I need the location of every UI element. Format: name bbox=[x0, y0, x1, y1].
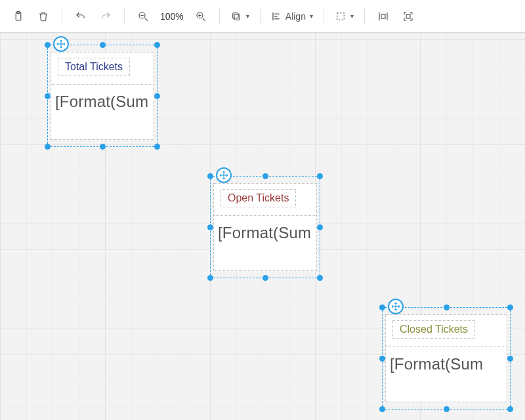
resize-handle[interactable] bbox=[379, 406, 385, 412]
move-icon bbox=[391, 302, 400, 311]
zoom-in-icon bbox=[195, 10, 207, 22]
design-canvas[interactable]: Total Tickets[Format(SumOpen Tickets[For… bbox=[0, 33, 525, 420]
clipboard-icon bbox=[12, 10, 24, 22]
selected-card[interactable]: Total Tickets[Format(Sum bbox=[47, 45, 158, 147]
resize-handle[interactable] bbox=[100, 42, 106, 48]
card-expression[interactable]: [Format(Sum bbox=[214, 215, 316, 270]
selected-card[interactable]: Closed Tickets[Format(Sum bbox=[382, 307, 511, 410]
zoom-level[interactable]: 100% bbox=[156, 11, 188, 22]
toolbar-separator bbox=[219, 9, 220, 24]
paste-button[interactable] bbox=[7, 5, 30, 28]
ticket-card[interactable]: Closed Tickets[Format(Sum bbox=[385, 314, 507, 402]
toolbar-separator bbox=[364, 9, 365, 24]
fit-width-icon bbox=[377, 10, 389, 22]
resize-handle[interactable] bbox=[100, 144, 106, 150]
card-title[interactable]: Open Tickets bbox=[220, 189, 296, 207]
resize-handle[interactable] bbox=[379, 304, 385, 310]
move-icon bbox=[219, 171, 228, 180]
card-title[interactable]: Total Tickets bbox=[58, 58, 130, 76]
align-left-icon bbox=[271, 10, 283, 22]
resize-handle[interactable] bbox=[317, 224, 323, 230]
chevron-down-icon: ▾ bbox=[310, 12, 313, 20]
trash-icon bbox=[37, 10, 49, 22]
chevron-down-icon: ▾ bbox=[246, 12, 249, 20]
ticket-card[interactable]: Total Tickets[Format(Sum bbox=[51, 52, 154, 140]
move-handle[interactable] bbox=[388, 299, 404, 314]
toolbar-separator bbox=[124, 9, 125, 24]
resize-handle[interactable] bbox=[507, 406, 513, 412]
zoom-out-button[interactable] bbox=[131, 5, 155, 28]
resize-handle[interactable] bbox=[207, 275, 213, 281]
toolbar-separator bbox=[260, 9, 261, 24]
card-expression[interactable]: [Format(Sum bbox=[386, 346, 507, 402]
selection-icon bbox=[335, 10, 346, 22]
chevron-down-icon: ▾ bbox=[350, 12, 354, 20]
resize-handle[interactable] bbox=[262, 173, 268, 179]
svg-rect-4 bbox=[234, 14, 240, 20]
svg-rect-6 bbox=[337, 12, 345, 20]
resize-handle[interactable] bbox=[444, 304, 450, 310]
ticket-card[interactable]: Open Tickets[Format(Sum bbox=[213, 183, 317, 271]
selected-card[interactable]: Open Tickets[Format(Sum bbox=[210, 176, 320, 278]
zoom-in-button[interactable] bbox=[189, 5, 213, 28]
toolbar-separator bbox=[324, 9, 324, 24]
svg-rect-8 bbox=[406, 14, 410, 18]
resize-handle[interactable] bbox=[317, 173, 323, 179]
fit-page-icon bbox=[402, 10, 414, 22]
resize-handle[interactable] bbox=[154, 144, 160, 150]
card-title[interactable]: Closed Tickets bbox=[392, 320, 475, 339]
resize-handle[interactable] bbox=[154, 42, 160, 48]
resize-handle[interactable] bbox=[507, 304, 513, 310]
undo-icon bbox=[75, 10, 87, 22]
align-dropdown[interactable]: Align ▾ bbox=[267, 5, 317, 28]
selection-dropdown[interactable]: ▾ bbox=[331, 5, 358, 28]
resize-handle[interactable] bbox=[207, 224, 213, 230]
card-expression[interactable]: [Format(Sum bbox=[51, 84, 154, 139]
toolbar: 100% ▾ Align ▾ ▾ bbox=[0, 0, 525, 33]
align-label: Align bbox=[285, 11, 306, 22]
resize-handle[interactable] bbox=[45, 144, 51, 150]
resize-handle[interactable] bbox=[507, 356, 513, 362]
svg-rect-5 bbox=[233, 12, 238, 18]
resize-handle[interactable] bbox=[45, 93, 51, 99]
zoom-out-icon bbox=[137, 10, 149, 22]
resize-handle[interactable] bbox=[379, 356, 385, 362]
move-handle[interactable] bbox=[53, 36, 69, 52]
svg-rect-7 bbox=[381, 14, 385, 18]
redo-button[interactable] bbox=[94, 5, 117, 28]
redo-icon bbox=[100, 10, 112, 22]
undo-button[interactable] bbox=[69, 5, 93, 28]
copy-icon bbox=[230, 10, 242, 22]
resize-handle[interactable] bbox=[262, 275, 268, 281]
resize-handle[interactable] bbox=[154, 93, 160, 99]
move-icon bbox=[56, 39, 66, 49]
toolbar-separator bbox=[62, 9, 62, 24]
fit-page-button[interactable] bbox=[396, 5, 420, 28]
delete-button[interactable] bbox=[32, 5, 55, 28]
resize-handle[interactable] bbox=[317, 275, 323, 281]
resize-handle[interactable] bbox=[45, 42, 51, 48]
move-handle[interactable] bbox=[216, 167, 232, 183]
resize-handle[interactable] bbox=[444, 406, 450, 412]
resize-handle[interactable] bbox=[207, 173, 213, 179]
fit-width-button[interactable] bbox=[371, 5, 395, 28]
copy-dropdown[interactable]: ▾ bbox=[226, 5, 253, 28]
